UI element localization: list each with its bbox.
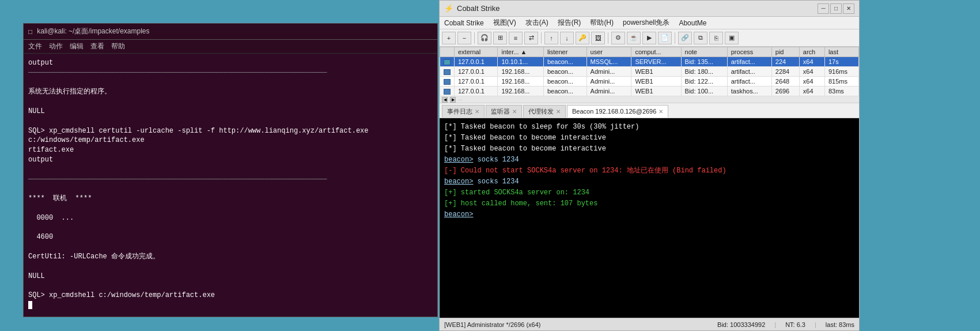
cs-menubar: Cobalt Strike 视图(V) 攻击(A) 报告(R) 帮助(H) po… [440,17,859,29]
row-external: 127.0.0.1 [455,77,498,86]
row-computer: WEB1 [631,86,681,96]
tabs-bar: 事件日志✕监听器✕代理转发✕Beacon 192.168.0.126@2696✕ [440,103,859,118]
terminal-body[interactable]: output ─────────────────────────────────… [24,54,437,317]
table-row[interactable]: 127.0.0.1 10.10.1... beacon... MSSQL... … [440,57,859,67]
tab-close-button[interactable]: ✕ [512,108,517,115]
row-note: Bid: 122... [681,77,727,86]
tb-grid-icon[interactable]: ≡ [509,32,523,44]
cobalt-strike-window: ⚡ Cobalt Strike ─ □ ✕ Cobalt Strike 视图(V… [439,0,860,331]
tb-coffee-icon[interactable]: ☕ [627,32,641,44]
menu-attack[interactable]: 攻击(A) [523,18,551,28]
col-user[interactable]: user [587,47,631,57]
menu-aboutme[interactable]: AboutMe [676,19,709,27]
table-scrollbar[interactable]: ◀ ▶ ··· [440,96,859,103]
tab-close-button[interactable]: ✕ [659,108,663,115]
tab-close-button[interactable]: ✕ [475,108,479,115]
cs-title-icon: ⚡ [444,4,453,13]
table-row[interactable]: 127.0.0.1 192.168... beacon... Admini...… [440,77,859,86]
tb-file-icon[interactable]: 📄 [658,32,672,44]
tb-monitor-list-icon[interactable]: ⊞ [493,32,507,44]
cs-titlebar-left: ⚡ Cobalt Strike [444,4,500,13]
console-line: beacon> socks 1234 [444,176,854,187]
scroll-dots: ··· [458,97,463,103]
status-left: [WEB1] Administrator */2696 (x64) [444,321,541,328]
status-bar: [WEB1] Administrator */2696 (x64) Bid: 1… [440,318,859,330]
console-line: [*] Tasked beacon to sleep for 30s (30% … [444,122,854,132]
status-bar-right: Bid: 1003334992 | NT: 6.3 | last: 83ms [717,321,854,328]
row-user: Admini... [587,77,631,86]
row-internal: 192.168... [498,77,543,86]
menu-powershell[interactable]: powershell免杀 [620,18,672,28]
tb-minus-button[interactable]: − [457,32,471,44]
tb-upload-icon[interactable]: ↑ [544,32,558,44]
minimize-button[interactable]: ─ [818,3,829,14]
tb-gear-icon[interactable]: ⚙ [611,32,625,44]
status-sep-1: | [774,321,776,328]
row-note: Bid: 180... [681,67,727,77]
tab-代理转发[interactable]: 代理转发✕ [523,105,566,118]
console-line: [*] Tasked beacon to become interactive [444,144,854,154]
row-note: Bid: 100... [681,86,727,96]
menu-action[interactable]: 动作 [49,42,63,51]
row-computer: WEB1 [631,67,681,77]
console-line: [+] started SOCKS4a server on: 1234 [444,187,854,198]
table-row[interactable]: 127.0.0.1 192.168... beacon... Admini...… [440,86,859,96]
tb-link-icon[interactable]: 🔗 [678,32,692,44]
row-arch: x64 [799,57,824,67]
row-pid: 2648 [771,77,799,86]
console-line: [*] Tasked beacon to become interactive [444,133,854,143]
tab-label: 监听器 [491,107,510,116]
menu-view[interactable]: 查看 [90,42,104,51]
row-listener: beacon... [543,77,587,86]
menu-edit[interactable]: 编辑 [70,42,84,51]
col-last[interactable]: last [824,47,858,57]
tab-事件日志[interactable]: 事件日志✕ [442,105,485,118]
menu-help[interactable]: 帮助(H) [588,18,616,28]
row-listener: beacon... [543,67,587,77]
row-external: 127.0.0.1 [455,86,498,96]
col-note[interactable]: note [681,47,727,57]
col-arch[interactable]: arch [799,47,824,57]
maximize-button[interactable]: □ [830,3,842,14]
tab-close-button[interactable]: ✕ [556,108,561,115]
col-icon[interactable] [440,47,455,57]
col-external[interactable]: external [455,47,498,57]
tb-separator-4 [675,32,675,44]
menu-file[interactable]: 文件 [28,42,42,51]
tb-key-icon[interactable]: 🔑 [576,32,589,44]
tb-add-button[interactable]: + [442,32,456,44]
scroll-right-arrow[interactable]: ▶ [450,97,456,103]
row-arch: x64 [799,77,824,86]
col-computer[interactable]: comput... [631,47,681,57]
status-bid: Bid: 1003334992 [717,321,765,328]
tb-terminal-icon[interactable]: ▶ [642,32,656,44]
menu-report[interactable]: 报告(R) [555,18,584,28]
row-icon-cell [440,86,455,96]
col-process[interactable]: process [727,47,771,57]
row-last: 916ms [824,67,858,77]
col-listener[interactable]: listener [543,47,587,57]
col-internal[interactable]: inter... ▲ [498,47,543,57]
menu-help[interactable]: 帮助 [111,42,125,51]
tb-arrows-icon[interactable]: ⇄ [524,32,538,44]
menu-cobaltstrike[interactable]: Cobalt Strike [442,19,486,27]
row-icon-cell [440,67,455,77]
tb-box-icon[interactable]: ▣ [725,32,739,44]
row-pid: 224 [771,57,799,67]
tb-copy-icon[interactable]: ⎘ [709,32,723,44]
menu-view[interactable]: 视图(V) [491,18,519,28]
tb-image-icon[interactable]: 🖼 [591,32,605,44]
table-row[interactable]: 127.0.0.1 192.168... beacon... Admini...… [440,67,859,77]
beacon-console[interactable]: [*] Tasked beacon to sleep for 30s (30% … [440,118,859,318]
tab-监听器[interactable]: 监听器✕ [486,105,522,118]
tb-download-icon[interactable]: ↓ [560,32,574,44]
tb-separator-2 [541,32,542,44]
tb-headset-icon[interactable]: 🎧 [478,32,491,44]
col-pid[interactable]: pid [771,47,799,57]
close-button[interactable]: ✕ [843,3,854,14]
tab-beacon-192.168.0.126@2696[interactable]: Beacon 192.168.0.126@2696✕ [567,105,668,118]
row-arch: x64 [799,67,824,77]
tb-layers-icon[interactable]: ⧉ [694,32,707,44]
row-last: 815ms [824,77,858,86]
scroll-left-arrow[interactable]: ◀ [442,97,448,103]
